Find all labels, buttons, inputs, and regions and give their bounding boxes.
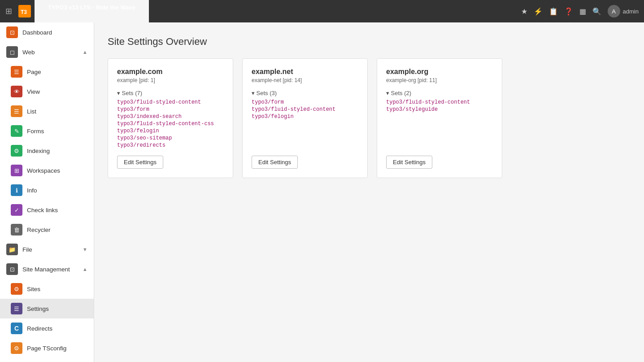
bookmark-icon[interactable]: ★ <box>521 7 527 16</box>
sidebar-label-check-links: Check links <box>27 207 58 214</box>
site-management-chevron: ▲ <box>83 266 87 272</box>
page-title: Site Settings Overview <box>108 36 631 48</box>
typo3-logo: T3 <box>18 5 31 17</box>
avatar: A <box>608 5 620 17</box>
sidebar-label-sites: Sites <box>27 286 40 292</box>
sidebar-item-site-management[interactable]: ⊡ Site Management ▲ <box>0 259 94 279</box>
bolt-icon[interactable]: ⚡ <box>534 7 543 16</box>
sidebar-label-site-management: Site Management <box>22 266 70 273</box>
sidebar-item-page[interactable]: ☰ Page <box>0 62 94 82</box>
redirects-icon: C <box>11 323 22 334</box>
edit-settings-button-example-org[interactable]: Edit Settings <box>386 156 432 169</box>
edit-settings-button-example-net[interactable]: Edit Settings <box>252 156 298 169</box>
web-chevron: ▲ <box>83 49 87 55</box>
sidebar-item-indexing[interactable]: ⚙ Indexing <box>0 141 94 161</box>
recycler-icon: 🗑 <box>11 224 22 236</box>
sidebar-item-workspaces[interactable]: ⊞ Workspaces <box>0 161 94 180</box>
check-links-icon: ✓ <box>11 204 22 216</box>
app-grid-icon[interactable]: ⊞ <box>5 6 12 16</box>
sidebar-label-forms: Forms <box>27 128 44 135</box>
file-icon: 📁 <box>6 244 18 255</box>
topbar-right: ★ ⚡ 📋 ❓ ▦ 🔍 A admin <box>521 5 639 17</box>
sidebar-label-page: Page <box>27 69 41 75</box>
list-icon: ☰ <box>11 105 22 117</box>
web-icon: ◻ <box>6 46 18 58</box>
card-link-item[interactable]: typo3/indexed-search <box>117 113 224 120</box>
grid-icon[interactable]: ▦ <box>579 7 586 16</box>
sidebar-item-redirects[interactable]: C Redirects <box>0 318 94 338</box>
card-sets-example-com: ▾ Sets (7) <box>117 90 224 96</box>
card-title-example-com: example.com <box>117 68 224 76</box>
topbar-user[interactable]: A admin <box>608 5 639 17</box>
username-label: admin <box>623 8 639 15</box>
clipboard-icon[interactable]: 📋 <box>549 7 558 16</box>
workspaces-icon: ⊞ <box>11 165 22 176</box>
card-link-item[interactable]: typo3/fluid-styled-content-css <box>117 121 224 127</box>
site-management-icon: ⊡ <box>6 263 18 275</box>
view-icon: 👁 <box>11 86 22 97</box>
sidebar-label-settings: Settings <box>27 305 49 312</box>
sidebar-item-page-tsconfig[interactable]: ⚙ Page TSconfig <box>0 338 94 358</box>
card-subtitle-example-net: example-net [pid: 14] <box>252 77 358 83</box>
sidebar-label-dashboard: Dashboard <box>22 29 52 36</box>
settings-icon: ☰ <box>11 303 22 314</box>
sidebar-item-info[interactable]: ℹ Info <box>0 180 94 200</box>
card-title-example-net: example.net <box>252 68 358 76</box>
card-link-item[interactable]: typo3/felogin <box>117 128 224 134</box>
forms-icon: ✎ <box>11 125 22 137</box>
card-sets-example-org: ▾ Sets (2) <box>386 90 493 96</box>
sidebar-label-list: List <box>27 108 36 115</box>
card-link-item[interactable]: typo3/form <box>117 106 224 113</box>
card-sets-example-net: ▾ Sets (3) <box>252 90 358 96</box>
topbar: ⊞ T3 TYPO3 v13 LTS - Ride the Wave 13.4.… <box>0 0 644 22</box>
main-content: Site Settings Overview example.comexampl… <box>94 22 644 362</box>
search-icon[interactable]: 🔍 <box>592 7 601 16</box>
sidebar-item-check-links[interactable]: ✓ Check links <box>0 200 94 220</box>
cards-row: example.comexample [pid: 1]▾ Sets (7)typ… <box>108 58 631 178</box>
sidebar-item-file[interactable]: 📁 File ▼ <box>0 240 94 259</box>
card-links-example-net: typo3/formtypo3/fluid-styled-contenttypo… <box>252 99 358 148</box>
card-example-com: example.comexample [pid: 1]▾ Sets (7)typ… <box>108 58 233 178</box>
card-link-item[interactable]: typo3/styleguide <box>386 106 493 113</box>
file-chevron: ▼ <box>83 247 87 252</box>
sidebar-item-typoscript[interactable]: ⚙ TypoScript <box>0 358 94 362</box>
card-link-item[interactable]: typo3/seo-sitemap <box>117 135 224 141</box>
card-link-item[interactable]: typo3/form <box>252 99 358 105</box>
help-icon[interactable]: ❓ <box>564 7 573 16</box>
sidebar-label-web: Web <box>22 49 35 56</box>
sidebar-item-web[interactable]: ◻ Web ▲ <box>0 42 94 62</box>
info-icon: ℹ <box>11 184 22 196</box>
card-example-net: example.netexample-net [pid: 14]▾ Sets (… <box>242 58 368 178</box>
card-subtitle-example-org: example-org [pid: 11] <box>386 77 493 83</box>
sidebar-label-page-tsconfig: Page TSconfig <box>27 345 66 352</box>
svg-text:T3: T3 <box>21 9 27 15</box>
sidebar-item-forms[interactable]: ✎ Forms <box>0 121 94 141</box>
sidebar-label-file: File <box>22 246 32 253</box>
page-tsconfig-icon: ⚙ <box>11 342 22 354</box>
card-subtitle-example-com: example [pid: 1] <box>117 77 224 83</box>
sidebar-label-info: Info <box>27 187 37 194</box>
sidebar-item-list[interactable]: ☰ List <box>0 101 94 121</box>
page-icon: ☰ <box>11 66 22 78</box>
sites-icon: ⚙ <box>11 283 22 295</box>
sidebar-item-recycler[interactable]: 🗑 Recycler <box>0 220 94 240</box>
sidebar-item-settings[interactable]: ☰ Settings <box>0 299 94 318</box>
card-link-item[interactable]: typo3/redirects <box>117 142 224 148</box>
edit-settings-button-example-com[interactable]: Edit Settings <box>117 156 163 169</box>
dashboard-icon: ⊡ <box>6 26 18 38</box>
sidebar-label-workspaces: Workspaces <box>27 167 60 174</box>
card-link-item[interactable]: typo3/fluid-styled-content <box>386 99 493 105</box>
sidebar-label-view: View <box>27 88 40 95</box>
sidebar: ⊡ Dashboard ◻ Web ▲ ☰ Page 👁 View ☰ List… <box>0 22 94 362</box>
card-links-example-org: typo3/fluid-styled-contenttypo3/stylegui… <box>386 99 493 148</box>
sidebar-item-view[interactable]: 👁 View <box>0 82 94 101</box>
sidebar-item-sites[interactable]: ⚙ Sites <box>0 279 94 299</box>
card-link-item[interactable]: typo3/fluid-styled-content <box>117 99 224 105</box>
card-link-item[interactable]: typo3/felogin <box>252 113 358 120</box>
sidebar-label-indexing: Indexing <box>27 148 50 154</box>
card-link-item[interactable]: typo3/fluid-styled-content <box>252 106 358 113</box>
layout: ⊡ Dashboard ◻ Web ▲ ☰ Page 👁 View ☰ List… <box>0 22 644 362</box>
sidebar-item-dashboard[interactable]: ⊡ Dashboard <box>0 22 94 42</box>
card-links-example-com: typo3/fluid-styled-contenttypo3/formtypo… <box>117 99 224 148</box>
card-example-org: example.orgexample-org [pid: 11]▾ Sets (… <box>377 58 502 178</box>
